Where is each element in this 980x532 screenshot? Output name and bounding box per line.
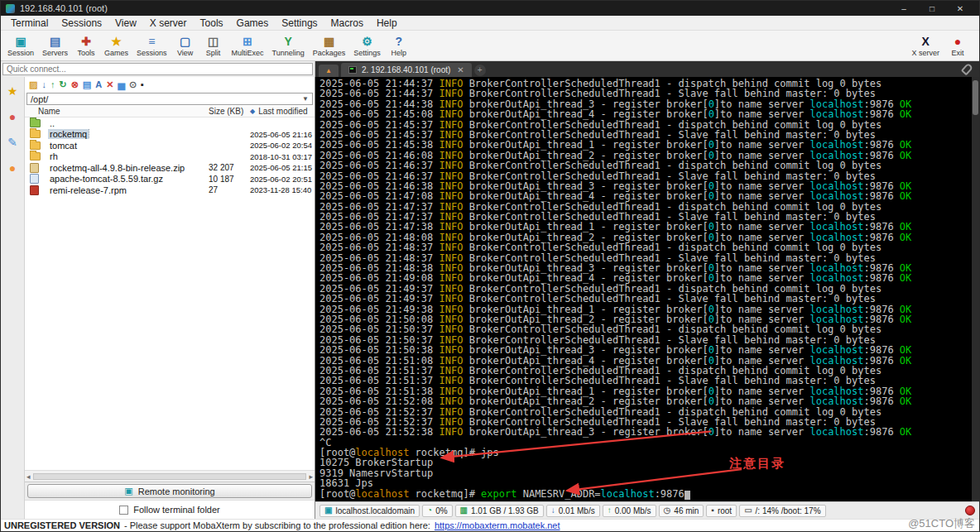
footer-bar: UNREGISTERED VERSION - Please support Mo… xyxy=(1,519,979,531)
toolbar-x-server-button[interactable]: XX server xyxy=(907,34,944,58)
file-row[interactable]: .. xyxy=(25,117,315,129)
file-row[interactable]: tomcat2025-06-02 20:54 xyxy=(25,140,315,151)
menu-tools[interactable]: Tools xyxy=(194,17,230,30)
terminal-tab[interactable]: 2. 192.168.40.101 (root) ✕ xyxy=(341,63,472,77)
menu-view[interactable]: View xyxy=(108,17,143,30)
search-icon[interactable]: ⊙ xyxy=(129,79,137,90)
scroll-tabs-button[interactable]: ▲ xyxy=(319,65,339,77)
servers-icon: ▤ xyxy=(50,35,60,49)
uptime-indicator[interactable]: ◷46 min xyxy=(659,505,704,517)
menu-help[interactable]: Help xyxy=(370,17,404,30)
title-bar: 192.168.40.101 (root) –□✕ xyxy=(1,1,979,16)
file-modified: 2025-06-05 21:16 xyxy=(250,130,315,139)
scroll-left-icon[interactable]: ◂ xyxy=(26,472,31,481)
menu-sessions[interactable]: Sessions xyxy=(55,17,108,30)
toolbar-help-button[interactable]: ?Help xyxy=(385,34,413,58)
macros-tab[interactable]: ✎ xyxy=(7,137,17,149)
user-indicator[interactable]: ▪root xyxy=(706,505,737,517)
scroll-right-icon[interactable]: ▸ xyxy=(309,472,313,481)
terminal-column: 2025-06-05 21:44:37 INFO BrokerControlle… xyxy=(315,77,979,519)
file-row[interactable]: apache-tomcat-8.5.59.tar.gz10 1872025-06… xyxy=(25,174,315,185)
menu-terminal[interactable]: Terminal xyxy=(4,17,55,30)
column-modified[interactable]: ◆ Last modified xyxy=(250,107,315,116)
file-row[interactable]: rocketmq-all-4.9.8-bin-release.zip32 207… xyxy=(25,162,315,174)
zip-icon xyxy=(30,163,39,173)
quick-connect-input[interactable] xyxy=(2,63,313,75)
memory-indicator[interactable]: ▥1.01 GB / 1.93 GB xyxy=(455,505,544,517)
toolbar-view-button[interactable]: ▢View xyxy=(171,34,199,58)
path-input[interactable]: /opt/ ▼ xyxy=(26,93,313,105)
file-name: .. xyxy=(48,118,56,128)
download-icon[interactable]: ↓ xyxy=(41,79,46,90)
toolbar-packages-button[interactable]: ▦Packages xyxy=(309,34,350,58)
disk-indicator[interactable]: ▭/: 14% /boot: 17% xyxy=(739,505,825,517)
upload-icon[interactable]: ↑ xyxy=(50,79,55,90)
toolbar-sessions-button[interactable]: ≡Sessions xyxy=(132,34,171,58)
sort-indicator-icon: ◆ xyxy=(250,108,255,115)
chevron-down-icon[interactable]: ▼ xyxy=(302,95,309,103)
column-size[interactable]: Size (KB) xyxy=(209,107,250,116)
toolbar-session-button[interactable]: ▣Session xyxy=(3,34,38,58)
host-indicator[interactable]: ▣localhost.localdomain xyxy=(319,505,420,517)
tools-tab[interactable]: ● xyxy=(9,111,16,123)
menu-macros[interactable]: Macros xyxy=(324,17,370,30)
monitor-icon: ▣ xyxy=(124,486,132,496)
menu-games[interactable]: Games xyxy=(230,17,276,30)
scrollbar-thumb[interactable] xyxy=(33,473,307,480)
file-row[interactable]: rh2018-10-31 03:17 xyxy=(25,151,315,163)
menu-x-server[interactable]: X server xyxy=(143,17,194,30)
toolbar-settings-button[interactable]: ⚙Settings xyxy=(349,34,385,58)
toolbar-exit-button[interactable]: ●Exit xyxy=(944,34,972,58)
exit-icon: ● xyxy=(954,35,961,49)
delete-icon[interactable]: ✕ xyxy=(106,79,113,90)
toolbar-tunneling-button[interactable]: YTunneling xyxy=(268,34,309,58)
file-modified: 2018-10-31 03:17 xyxy=(250,152,315,161)
minimize-button[interactable]: – xyxy=(890,4,918,13)
terminal-scrollbar[interactable] xyxy=(972,77,979,501)
toolbar-tools-button[interactable]: ✚Tools xyxy=(72,34,100,58)
toolbar-games-button[interactable]: ★Games xyxy=(100,34,132,58)
horizontal-scrollbar[interactable]: ◂ ▸ xyxy=(25,470,315,482)
stop-icon[interactable]: ⊗ xyxy=(71,79,79,90)
download-speed[interactable]: ↓0.01 Mb/s xyxy=(546,505,600,517)
unregistered-notice: UNREGISTERED VERSION xyxy=(4,520,120,530)
terminal-cursor xyxy=(685,491,690,500)
follow-terminal-folder-checkbox[interactable] xyxy=(119,506,128,515)
file-row[interactable]: remi-release-7.rpm272023-11-28 15:40 xyxy=(25,185,315,196)
terminal-output[interactable]: 2025-06-05 21:44:37 INFO BrokerControlle… xyxy=(315,77,972,501)
terminal-icon[interactable]: ▪ xyxy=(141,79,144,90)
record-icon[interactable] xyxy=(965,506,975,515)
support-text: - Please support MobaXterm by subscribin… xyxy=(124,520,430,530)
file-name: apache-tomcat-8.5.59.tar.gz xyxy=(48,174,165,184)
remote-monitoring-button[interactable]: ▣ Remote monitoring xyxy=(27,484,312,498)
text-edit-icon[interactable]: A xyxy=(95,79,102,90)
sftp-tab[interactable]: ● xyxy=(9,162,16,175)
remote-monitoring-row: ▣ Remote monitoring xyxy=(25,482,315,500)
sftp-toolbar: ▨↓↑↻⊗▤A✕▅⊙▪ xyxy=(25,77,315,92)
chart-icon[interactable]: ▅ xyxy=(118,79,124,90)
sessions-tab[interactable]: ★ xyxy=(7,85,18,98)
cpu-indicator[interactable]: ◔0% xyxy=(422,505,453,517)
toolbar-multiexec-button[interactable]: ⊞MultiExec xyxy=(228,34,268,58)
split-icon: ◫ xyxy=(208,35,219,49)
close-button[interactable]: ✕ xyxy=(946,4,974,13)
quick-connect-row: ▲ 2. 192.168.40.101 (root) ✕ + xyxy=(1,61,979,77)
upload-speed[interactable]: ↑0.00 Mb/s xyxy=(603,505,656,517)
toolbar-servers-button[interactable]: ▤Servers xyxy=(38,34,72,58)
terminal-scrollbar-thumb[interactable] xyxy=(973,80,978,115)
new-tab-button[interactable]: + xyxy=(474,65,486,76)
window-controls: –□✕ xyxy=(890,4,974,13)
mobatek-link[interactable]: https://mobaxterm.mobatek.net xyxy=(435,520,560,530)
refresh-icon[interactable]: ↻ xyxy=(59,79,66,90)
column-name[interactable]: Name xyxy=(30,107,209,116)
menu-settings[interactable]: Settings xyxy=(275,17,324,30)
file-row[interactable]: rocketmq2025-06-05 21:16 xyxy=(25,129,315,141)
attach-icon[interactable] xyxy=(961,63,973,76)
maximize-button[interactable]: □ xyxy=(918,4,946,13)
main-toolbar: ▣Session▤Servers✚Tools★Games≡Sessions▢Vi… xyxy=(1,31,979,61)
toolbar-split-button[interactable]: ◫Split xyxy=(199,34,228,58)
terminal-icon xyxy=(348,66,357,74)
close-tab-icon[interactable]: ✕ xyxy=(457,65,464,74)
file-icon[interactable]: ▤ xyxy=(83,79,91,90)
new-folder-icon[interactable]: ▨ xyxy=(29,79,37,90)
